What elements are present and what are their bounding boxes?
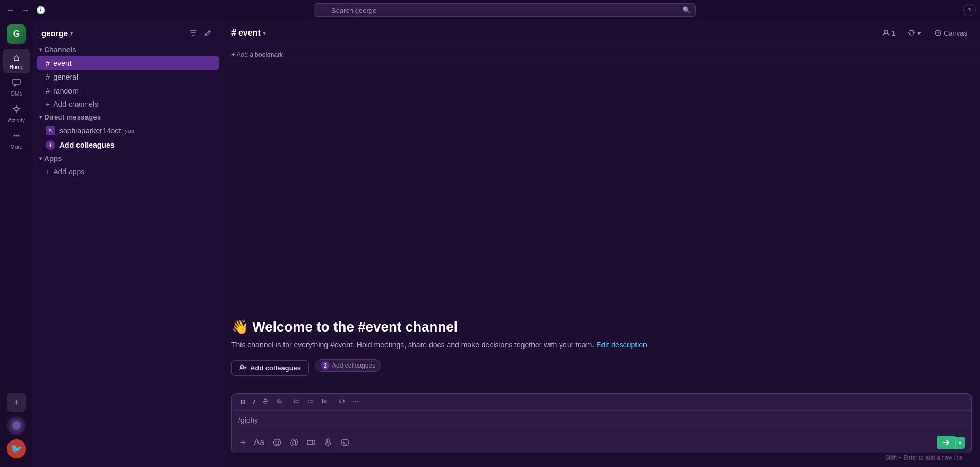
more-icon xyxy=(12,131,21,143)
members-count: 1 xyxy=(892,29,896,37)
step-number: 2 xyxy=(321,361,330,370)
strikethrough-button[interactable] xyxy=(260,397,271,407)
channel-item-event[interactable]: # event xyxy=(37,56,219,70)
hash-icon: # xyxy=(46,72,50,81)
svg-point-11 xyxy=(308,402,309,403)
status-indicator[interactable] xyxy=(7,416,26,435)
help-button[interactable]: ? xyxy=(963,4,976,16)
dm-section-label: Direct messages xyxy=(44,113,101,121)
channel-name: general xyxy=(53,73,78,81)
sidebar-item-more[interactable]: More xyxy=(3,128,30,153)
emoji-button[interactable] xyxy=(271,437,283,448)
welcome-description: This channel is for everything #event. H… xyxy=(231,339,972,351)
svg-rect-20 xyxy=(327,439,329,443)
channel-header-right: 1 ▾ Canvas xyxy=(879,27,972,40)
add-bookmark-button[interactable]: + Add a bookmark xyxy=(231,51,283,58)
icon-sidebar-bottom: + 🐦 xyxy=(7,393,26,463)
dm-item-sophiaparker[interactable]: S sophiaparker14oct you xyxy=(37,124,219,138)
tool-separator xyxy=(288,398,288,406)
bird-icon[interactable]: 🐦 xyxy=(7,439,26,458)
composer-footer: + Aa @ xyxy=(232,432,971,453)
add-colleagues-sidebar-label: Add colleagues xyxy=(59,141,114,149)
shortcut-button[interactable] xyxy=(339,437,351,448)
svg-rect-21 xyxy=(342,440,348,445)
add-colleagues-main-label: Add colleagues xyxy=(250,364,301,372)
more-formatting-button[interactable] xyxy=(350,397,361,407)
channels-section-label: Channels xyxy=(44,46,76,54)
edit-description-link[interactable]: Edit description xyxy=(596,341,647,349)
link-button[interactable] xyxy=(274,397,285,407)
add-workspace-button[interactable]: + xyxy=(7,393,26,412)
attach-button[interactable]: + xyxy=(238,437,247,448)
svg-point-5 xyxy=(884,30,888,33)
huddle-button[interactable]: ▾ xyxy=(903,27,926,40)
direct-messages-section-header[interactable]: ▾ Direct messages xyxy=(33,111,223,123)
channel-item-general[interactable]: # general xyxy=(37,70,219,83)
more-label: More xyxy=(11,144,23,150)
add-bookmark-label: + Add a bookmark xyxy=(231,51,283,58)
composer-toolbar: B I xyxy=(232,394,971,411)
apps-section-header[interactable]: ▾ Apps xyxy=(33,152,223,165)
canvas-button[interactable]: Canvas xyxy=(930,27,972,39)
channel-item-random[interactable]: # random xyxy=(37,84,219,97)
send-dropdown-button[interactable]: ▾ xyxy=(955,437,965,449)
bold-button[interactable]: B xyxy=(238,397,247,407)
hash-icon: # xyxy=(46,86,50,95)
home-label: Home xyxy=(10,64,24,70)
add-colleagues-main-button[interactable]: Add colleagues xyxy=(231,360,309,376)
sidebar-item-activity[interactable]: Activity xyxy=(3,101,30,126)
history-button[interactable]: 🕐 xyxy=(34,4,47,16)
italic-button[interactable]: I xyxy=(251,397,257,407)
you-badge: you xyxy=(125,128,134,134)
font-button[interactable]: Aa xyxy=(252,437,267,448)
workspace-avatar[interactable]: G xyxy=(7,24,26,44)
plus-icon: + xyxy=(46,167,50,176)
add-apps-item[interactable]: + Add apps xyxy=(37,165,219,178)
welcome-actions: Add colleagues 2 Add colleagues xyxy=(231,359,972,376)
search-bar: 🔍 xyxy=(314,3,696,17)
channels-section-header[interactable]: ▾ Channels xyxy=(33,44,223,56)
activity-icon xyxy=(12,104,21,116)
mention-button[interactable]: @ xyxy=(288,437,300,448)
dms-icon xyxy=(12,78,21,90)
welcome-text-prefix: Welcome to the xyxy=(252,319,358,335)
svg-point-7 xyxy=(241,366,244,368)
sidebar-item-home[interactable]: ⌂ Home xyxy=(3,49,30,73)
add-apps-label: Add apps xyxy=(53,167,84,176)
sidebar-item-dms[interactable]: DMs xyxy=(3,74,30,100)
filter-button[interactable] xyxy=(187,27,200,39)
block-quote-button[interactable] xyxy=(319,397,330,407)
composer-area: B I xyxy=(223,393,980,467)
workspace-chevron-icon: ▾ xyxy=(70,30,73,36)
channel-name: event xyxy=(53,59,71,67)
chat-area: # event ▾ 1 ▾ xyxy=(223,20,980,467)
add-colleagues-sidebar-item[interactable]: + Add colleagues xyxy=(37,138,219,152)
welcome-title: 👋 Welcome to the #event channel xyxy=(231,319,972,335)
status-inner xyxy=(12,421,21,430)
code-button[interactable] xyxy=(337,397,347,407)
ordered-list-button[interactable]: 1 2 xyxy=(291,397,302,407)
plus-circle-icon: + xyxy=(46,140,55,150)
svg-point-4 xyxy=(18,135,20,137)
svg-rect-12 xyxy=(322,399,323,403)
hint-text: Shift + Enter to add a new line xyxy=(231,453,972,463)
bookmark-bar: + Add a bookmark xyxy=(223,46,980,63)
members-button[interactable]: 1 xyxy=(879,27,899,39)
composer-input[interactable]: /giphy xyxy=(232,411,971,432)
svg-point-13 xyxy=(353,401,354,402)
dm-arrow-icon: ▾ xyxy=(39,114,42,120)
apps-arrow-icon: ▾ xyxy=(39,156,42,162)
search-input[interactable] xyxy=(314,3,696,17)
video-button[interactable] xyxy=(305,437,317,448)
back-button[interactable]: ← xyxy=(4,4,17,16)
avatar-sophiaparker: S xyxy=(46,126,55,135)
send-button[interactable] xyxy=(937,436,955,449)
step-label: Add colleagues xyxy=(332,362,375,369)
add-channels-item[interactable]: + Add channels xyxy=(37,98,219,111)
welcome-text-suffix: channel xyxy=(402,319,458,335)
workspace-name[interactable]: george ▾ xyxy=(41,29,73,38)
audio-button[interactable] xyxy=(322,437,334,448)
compose-button[interactable] xyxy=(202,27,214,39)
unordered-list-button[interactable] xyxy=(305,397,316,407)
forward-button[interactable]: → xyxy=(19,4,32,16)
